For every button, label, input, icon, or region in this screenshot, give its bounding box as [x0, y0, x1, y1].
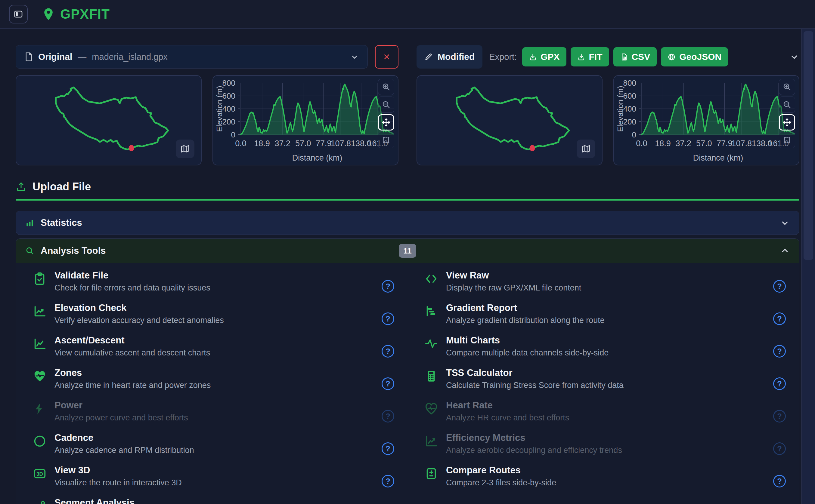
- tool-help-button[interactable]: ?: [382, 345, 394, 358]
- tool-description: Analyze aerobic decoupling and efficienc…: [446, 445, 765, 455]
- scrollbar-thumb[interactable]: [804, 31, 813, 260]
- tool-help-button[interactable]: ?: [382, 442, 394, 455]
- tool-zones[interactable]: ZonesAnalyze time in heart rate and powe…: [16, 367, 408, 400]
- zoom-in-button[interactable]: [779, 79, 795, 95]
- tool-description: Analyze time in heart rate and power zon…: [54, 380, 374, 390]
- tool-description: Check for file errors and data quality i…: [54, 283, 374, 293]
- tool-help-button[interactable]: ?: [773, 312, 786, 325]
- tool-help-button[interactable]: ?: [773, 345, 786, 358]
- tool-elevation-check[interactable]: Elevation CheckVerify elevation accuracy…: [16, 303, 408, 335]
- pan-button[interactable]: [378, 114, 394, 131]
- cube-3d-icon: 3D: [33, 467, 47, 481]
- vertical-scrollbar[interactable]: [801, 29, 815, 504]
- tool-help-button[interactable]: ?: [382, 280, 394, 293]
- tool-view-3d[interactable]: 3DView 3DVisualize the route in interact…: [16, 465, 408, 497]
- tool-help-button[interactable]: ?: [773, 377, 786, 390]
- analysis-tools-header[interactable]: Analysis Tools 11: [16, 239, 799, 263]
- modified-route-map[interactable]: [417, 75, 602, 165]
- svg-text:400: 400: [623, 104, 636, 113]
- tool-help-button: ?: [773, 410, 786, 423]
- svg-text:57.0: 57.0: [295, 139, 311, 148]
- export-gpx-button[interactable]: GPX: [522, 47, 566, 66]
- map-layers-button[interactable]: [577, 140, 595, 158]
- chevron-down-icon: [780, 218, 790, 228]
- export-geojson-button[interactable]: GeoJSON: [661, 47, 728, 66]
- tools-count-badge: 11: [399, 244, 416, 258]
- zoom-out-button[interactable]: [378, 97, 394, 113]
- file-icon: [24, 52, 33, 62]
- box-select-icon: [782, 135, 792, 145]
- elevation-plot: 0.018.937.257.077.9107.8138.0161.0020040…: [213, 76, 398, 165]
- tool-title: Gradient Report: [446, 303, 765, 313]
- tool-title: Efficiency Metrics: [446, 432, 765, 443]
- tool-gradient-report[interactable]: Gradient ReportAnalyze gradient distribu…: [408, 303, 799, 335]
- export-csv-button[interactable]: CSV: [614, 47, 657, 66]
- modified-elevation-chart[interactable]: 0.018.937.257.077.9107.8138.0161.0020040…: [614, 75, 799, 165]
- tool-tss-calculator[interactable]: TSS CalculatorCalculate Training Stress …: [408, 367, 799, 400]
- tool-title: Zones: [54, 367, 374, 378]
- upload-file-header[interactable]: Upload File: [16, 180, 799, 193]
- tool-compare-routes[interactable]: Compare RoutesCompare 2-3 files side-by-…: [408, 465, 799, 497]
- clipboard-check-icon: [33, 272, 47, 286]
- statistics-title: Statistics: [41, 217, 82, 228]
- tool-ascent-descent[interactable]: Ascent/DescentView cumulative ascent and…: [16, 335, 408, 367]
- tool-validate-file[interactable]: Validate FileCheck for file errors and d…: [16, 270, 408, 303]
- svg-text:0: 0: [632, 130, 636, 139]
- zoom-out-icon: [381, 100, 391, 109]
- zoom-in-button[interactable]: [378, 79, 394, 95]
- pan-button[interactable]: [779, 114, 795, 131]
- svg-text:107.8: 107.8: [731, 139, 752, 148]
- zoom-out-button[interactable]: [779, 97, 795, 113]
- tool-help-button[interactable]: ?: [382, 312, 394, 325]
- map-layers-button[interactable]: [176, 140, 194, 158]
- tool-title: Validate File: [54, 270, 374, 281]
- circle-icon: [33, 434, 47, 448]
- tool-help-button[interactable]: ?: [773, 475, 786, 487]
- export-fit-button[interactable]: FIT: [570, 47, 609, 66]
- heart-rate-icon: [424, 402, 438, 416]
- export-label: Export:: [489, 52, 517, 62]
- tool-title: Power: [54, 400, 374, 411]
- tool-title: Heart Rate: [446, 400, 765, 411]
- svg-text:0: 0: [231, 130, 235, 139]
- box-select-button[interactable]: [378, 132, 394, 148]
- tool-help-button[interactable]: ?: [382, 377, 394, 390]
- original-route-map[interactable]: [16, 75, 201, 165]
- tool-description: Analyze cadence and RPM distribution: [54, 445, 374, 455]
- tool-view-raw[interactable]: View RawDisplay the raw GPX/XML file con…: [408, 270, 799, 303]
- original-file-select[interactable]: Original — maderia_island.gpx: [16, 45, 368, 69]
- svg-text:18.9: 18.9: [254, 139, 270, 148]
- zoom-out-icon: [782, 100, 792, 109]
- elevation-chart-icon: [33, 304, 47, 318]
- tool-help-button[interactable]: ?: [382, 475, 394, 487]
- map-pin-icon: [41, 7, 55, 21]
- close-icon: [382, 52, 391, 61]
- tool-multi-charts[interactable]: Multi ChartsCompare multiple data channe…: [408, 335, 799, 367]
- svg-text:800: 800: [223, 78, 235, 88]
- segment-icon: [33, 499, 47, 504]
- main-content: Original — maderia_island.gpx: [0, 29, 815, 504]
- svg-text:77.9: 77.9: [717, 139, 733, 148]
- tool-cadence[interactable]: CadenceAnalyze cadence and RPM distribut…: [16, 432, 408, 465]
- pan-icon: [381, 118, 391, 127]
- box-select-button[interactable]: [779, 132, 795, 148]
- zoom-in-icon: [381, 82, 391, 92]
- tool-help-button: ?: [382, 410, 394, 423]
- statistics-section-header[interactable]: Statistics: [16, 211, 799, 235]
- svg-text:0.0: 0.0: [235, 139, 247, 148]
- chevron-down-icon[interactable]: [789, 52, 799, 62]
- svg-text:400: 400: [223, 104, 235, 113]
- tool-help-button[interactable]: ?: [773, 280, 786, 293]
- export-button-label: GeoJSON: [679, 52, 721, 62]
- remove-file-button[interactable]: [375, 45, 398, 69]
- original-elevation-chart[interactable]: 0.018.937.257.077.9107.8138.0161.0020040…: [213, 75, 398, 165]
- gpxfit-app: GPXFIT Original — maderia_island.gpx: [0, 0, 815, 504]
- tool-segment-analysis[interactable]: Segment Analysis?: [16, 497, 408, 504]
- tool-help-button: ?: [773, 442, 786, 455]
- svg-text:800: 800: [623, 78, 636, 88]
- tool-power: PowerAnalyze power curve and best effort…: [16, 400, 408, 432]
- calculator-icon: [424, 369, 438, 383]
- tool-description: Analyze power curve and best efforts: [54, 413, 374, 423]
- bolt-icon: [33, 402, 47, 416]
- sidebar-toggle-button[interactable]: [9, 5, 28, 23]
